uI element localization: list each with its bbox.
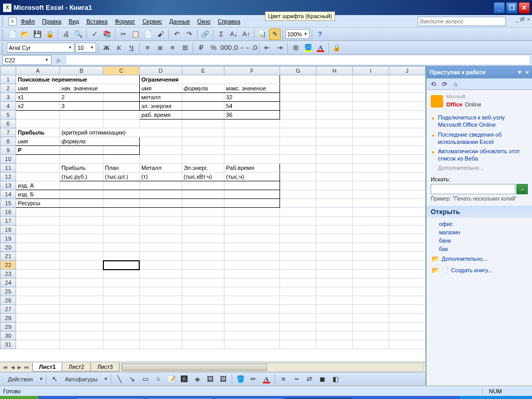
cell-G18[interactable]: [280, 225, 316, 234]
cell-A23[interactable]: [16, 270, 60, 278]
increase-decimal-button[interactable]: ,0→: [233, 42, 244, 54]
cell-I24[interactable]: [353, 278, 389, 287]
cell-J18[interactable]: [389, 225, 425, 234]
cell-D14[interactable]: [139, 190, 182, 199]
actions-menu[interactable]: Действия: [5, 376, 36, 382]
cell-G28[interactable]: [280, 314, 316, 323]
cell-E11[interactable]: Эл.энерг.: [182, 164, 224, 172]
row-header-28[interactable]: 28: [1, 314, 16, 323]
cell-B28[interactable]: [60, 314, 103, 323]
autosum-button[interactable]: Σ: [216, 29, 227, 40]
cell-I22[interactable]: [353, 261, 389, 270]
row-header-24[interactable]: 24: [1, 278, 16, 287]
open-button[interactable]: 📂: [19, 29, 31, 40]
menu-окно[interactable]: Окно: [197, 18, 211, 24]
paste-button[interactable]: 📄: [142, 29, 154, 40]
cell-J25[interactable]: [389, 287, 425, 296]
cell-H10[interactable]: [316, 155, 353, 164]
cell-J31[interactable]: [389, 340, 425, 349]
menu-вставка[interactable]: Вставка: [86, 18, 108, 24]
cell-F27[interactable]: [224, 305, 280, 314]
cell-H14[interactable]: [316, 190, 353, 199]
cell-I12[interactable]: [353, 172, 389, 181]
cell-D6[interactable]: [139, 119, 182, 128]
tab-last-icon[interactable]: ⏭: [23, 365, 30, 370]
forward-icon[interactable]: ⟳: [440, 81, 449, 88]
recent-file-link[interactable]: бак: [439, 246, 528, 252]
cell-G14[interactable]: [280, 190, 316, 199]
horizontal-scrollbar[interactable]: [121, 363, 423, 371]
drawing-button[interactable]: ✎: [269, 29, 281, 40]
cell-D26[interactable]: [139, 296, 182, 305]
align-center-button[interactable]: ≣: [154, 42, 166, 54]
select-objects-button[interactable]: ↖: [49, 374, 60, 385]
cell-I8[interactable]: [353, 137, 389, 146]
cell-H4[interactable]: [316, 102, 353, 111]
cell-H9[interactable]: [316, 146, 353, 155]
cell-D16[interactable]: [139, 208, 182, 217]
align-left-button[interactable]: ≡: [142, 42, 153, 54]
cell-E22[interactable]: [182, 261, 224, 270]
cell-F24[interactable]: [224, 278, 280, 287]
cell-H17[interactable]: [316, 217, 353, 225]
cell-I6[interactable]: [353, 119, 389, 128]
recent-file-link[interactable]: офис: [439, 221, 528, 227]
cell-I17[interactable]: [353, 217, 389, 225]
sheet-tab-Лист2[interactable]: Лист2: [62, 363, 91, 371]
cell-E31[interactable]: [182, 340, 224, 349]
col-header-B[interactable]: B: [60, 66, 103, 75]
cell-F31[interactable]: [224, 340, 280, 349]
cell-J12[interactable]: [389, 172, 425, 181]
cell-A16[interactable]: [16, 208, 60, 217]
cell-A18[interactable]: [16, 225, 60, 234]
underline-button[interactable]: Ч: [126, 42, 137, 54]
row-header-22[interactable]: 22: [1, 261, 16, 270]
back-icon[interactable]: ⟲: [429, 81, 438, 88]
cell-G3[interactable]: [280, 93, 316, 102]
cell-G7[interactable]: [280, 128, 316, 137]
cell-A22[interactable]: [16, 261, 60, 270]
row-header-5[interactable]: 5: [1, 111, 16, 119]
close-button[interactable]: ✕: [518, 2, 530, 14]
cell-I3[interactable]: [353, 93, 389, 102]
cell-J30[interactable]: [389, 331, 425, 340]
toolbar-grip[interactable]: [2, 29, 5, 39]
cell-J27[interactable]: [389, 305, 425, 314]
cell-C19[interactable]: [103, 234, 140, 243]
chart-button[interactable]: 📊: [257, 29, 268, 40]
cell-I13[interactable]: [353, 181, 389, 190]
security-button[interactable]: 🔒: [331, 42, 342, 54]
chevron-down-icon[interactable]: ▼: [517, 69, 523, 75]
row-header-26[interactable]: 26: [1, 296, 16, 305]
cell-A28[interactable]: [16, 314, 60, 323]
cell-A25[interactable]: [16, 287, 60, 296]
create-workbook-link[interactable]: 📄 Создать книгу...: [432, 267, 528, 274]
cell-I16[interactable]: [353, 208, 389, 217]
cell-I23[interactable]: [353, 270, 389, 278]
row-header-7[interactable]: 7: [1, 128, 16, 137]
cell-F13[interactable]: [224, 181, 280, 190]
name-box[interactable]: C22 ▼: [2, 55, 51, 65]
sort-asc-button[interactable]: A↓: [228, 29, 240, 40]
cell-B8[interactable]: формула: [60, 137, 140, 146]
row-header-14[interactable]: 14: [1, 190, 16, 199]
cell-D8[interactable]: [139, 137, 182, 146]
cell-H13[interactable]: [316, 181, 353, 190]
cell-A26[interactable]: [16, 296, 60, 305]
row-header-11[interactable]: 11: [1, 164, 16, 172]
col-header-D[interactable]: D: [139, 66, 182, 75]
cell-J4[interactable]: [389, 102, 425, 111]
spreadsheet-grid[interactable]: ABCDEFGHIJ1Поисковые переменныеОграничен…: [0, 66, 425, 362]
cell-J5[interactable]: [389, 111, 425, 119]
cell-D24[interactable]: [139, 278, 182, 287]
cell-A10[interactable]: [16, 155, 60, 164]
search-input[interactable]: [431, 184, 515, 194]
cell-G9[interactable]: [280, 146, 316, 155]
cell-B7[interactable]: (критерий оптимизации): [60, 128, 182, 137]
cell-C29[interactable]: [103, 323, 140, 331]
cell-D23[interactable]: [139, 270, 182, 278]
sheet-tab-Лист3[interactable]: Лист3: [90, 363, 119, 371]
row-header-20[interactable]: 20: [1, 243, 16, 252]
borders-button[interactable]: ⊞: [290, 42, 301, 54]
fill-color-button[interactable]: 🪣: [302, 42, 314, 54]
